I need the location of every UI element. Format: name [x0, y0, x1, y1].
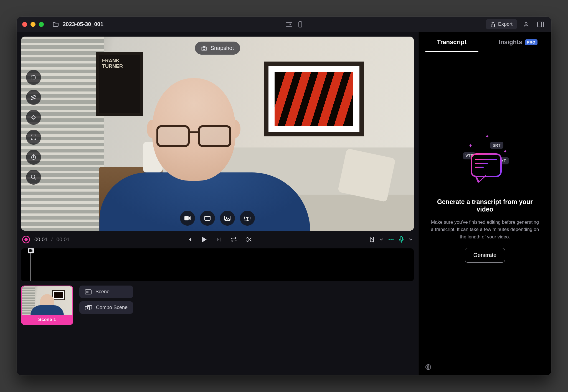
sparkle-icon: ✦ — [485, 133, 489, 139]
sparkle-icon: ✦ — [503, 148, 507, 154]
tab-insights[interactable]: Insights PRO — [485, 32, 552, 52]
text-source-button[interactable] — [240, 211, 255, 226]
maximize-window-button[interactable] — [39, 22, 44, 27]
svg-rect-1 — [537, 22, 544, 27]
timeline[interactable] — [21, 248, 414, 281]
svg-point-0 — [525, 22, 527, 24]
record-button[interactable] — [22, 236, 30, 243]
svg-rect-19 — [29, 249, 32, 252]
svg-point-6 — [31, 175, 35, 179]
next-button[interactable] — [216, 237, 222, 242]
scene-thumbnail-1[interactable]: Scene 1 — [21, 286, 73, 325]
aspect-desktop-button[interactable] — [285, 22, 293, 27]
screen-source-button[interactable] — [200, 211, 215, 226]
time-display: 00:01 / 00:01 — [34, 236, 70, 243]
scene-person-glasses — [156, 125, 231, 147]
titlebar: 2023-05-30_001 Export — [17, 17, 551, 32]
scene-1-label: Scene 1 — [22, 315, 72, 324]
duration: 00:01 — [56, 236, 70, 242]
svg-point-3 — [203, 47, 205, 49]
magic-tool-button[interactable] — [26, 110, 41, 125]
side-tabs: Transcript Insights PRO — [419, 32, 551, 52]
transcript-description: Make sure you've finished editing before… — [430, 219, 541, 241]
mic-button[interactable] — [399, 236, 404, 243]
minimize-window-button[interactable] — [31, 22, 36, 27]
loop-button[interactable] — [230, 237, 237, 242]
svg-point-17 — [392, 239, 394, 240]
svg-point-15 — [389, 239, 390, 240]
svg-point-16 — [390, 239, 392, 240]
transcript-illustration: ✦ ✦ ✦ SRT VTT TXT — [455, 132, 516, 193]
combo-scene-icon — [85, 305, 92, 310]
preview-tool-column — [26, 70, 41, 185]
svg-rect-7 — [184, 216, 189, 220]
project-title: 2023-05-30_001 — [63, 21, 103, 27]
effects-tool-button[interactable] — [26, 90, 41, 105]
export-label: Export — [498, 21, 513, 27]
transport-bar: 00:01 / 00:01 — [17, 231, 418, 248]
bookmark-button[interactable] — [369, 236, 374, 243]
app-window: 2023-05-30_001 Export — [17, 17, 551, 375]
mic-menu-chevron-icon[interactable] — [409, 238, 413, 241]
svg-rect-4 — [32, 76, 36, 79]
transcript-title: Generate a transcript from your video — [428, 198, 541, 213]
image-source-button[interactable] — [220, 211, 235, 226]
more-button[interactable] — [388, 239, 394, 240]
current-time: 00:01 — [34, 236, 48, 242]
language-button[interactable] — [425, 364, 431, 370]
side-panel: Transcript Insights PRO ✦ ✦ ✦ SRT VTT TX… — [418, 32, 551, 375]
generate-transcript-button[interactable]: Generate — [465, 248, 505, 263]
center-tool-button[interactable] — [26, 130, 41, 145]
toggle-sidebar-button[interactable] — [535, 19, 546, 30]
media-source-bar — [180, 211, 255, 226]
sparkle-icon: ✦ — [468, 143, 473, 149]
editor-area: FRANK TURNER Snapshot — [17, 32, 418, 375]
add-combo-scene-button[interactable]: Combo Scene — [79, 301, 133, 314]
svg-rect-21 — [86, 291, 88, 293]
svg-rect-18 — [400, 236, 402, 240]
playhead-handle[interactable] — [28, 248, 34, 253]
cut-button[interactable] — [246, 236, 252, 243]
svg-rect-9 — [205, 216, 210, 217]
aspect-mobile-button[interactable] — [296, 22, 304, 27]
bookmark-menu-chevron-icon[interactable] — [379, 238, 383, 241]
export-button[interactable]: Export — [486, 19, 517, 29]
srt-chip: SRT — [490, 142, 503, 149]
scene-poster-left: FRANK TURNER — [96, 52, 143, 116]
scenes-row: Scene 1 Scene Combo Scene — [17, 281, 418, 329]
scene-poster-right — [264, 62, 364, 136]
folder-icon[interactable] — [53, 22, 59, 27]
scene-icon — [85, 289, 92, 294]
snapshot-button[interactable]: Snapshot — [195, 42, 240, 55]
prev-button[interactable] — [187, 237, 192, 242]
close-window-button[interactable] — [22, 22, 27, 27]
play-button[interactable] — [201, 236, 207, 243]
preview-canvas[interactable]: FRANK TURNER Snapshot — [21, 37, 414, 231]
pro-badge: PRO — [525, 39, 538, 45]
tab-transcript[interactable]: Transcript — [419, 32, 485, 52]
camera-source-button[interactable] — [180, 211, 195, 226]
crop-tool-button[interactable] — [26, 70, 41, 85]
account-button[interactable] — [521, 19, 531, 30]
zoom-tool-button[interactable] — [26, 170, 41, 185]
camera-icon — [201, 45, 207, 51]
timer-tool-button[interactable] — [26, 150, 41, 165]
window-controls — [22, 22, 44, 27]
snapshot-label: Snapshot — [211, 45, 234, 51]
share-icon — [490, 22, 495, 27]
add-scene-button[interactable]: Scene — [79, 286, 133, 298]
